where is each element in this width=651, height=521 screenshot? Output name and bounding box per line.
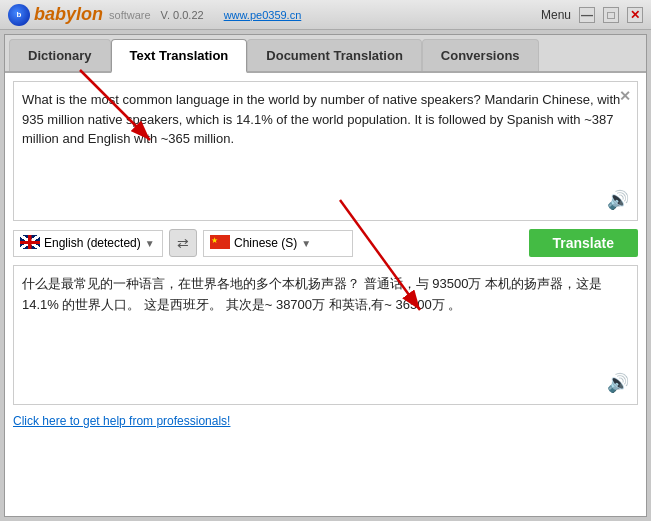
close-button[interactable]: ✕ bbox=[627, 7, 643, 23]
source-lang-label: English (detected) bbox=[44, 236, 141, 250]
main-window: Dictionary Text Translation Document Tra… bbox=[4, 34, 647, 517]
target-language-select[interactable]: Chinese (S) ▼ bbox=[203, 230, 353, 257]
tab-dictionary[interactable]: Dictionary bbox=[9, 39, 111, 71]
close-source-icon[interactable]: ✕ bbox=[619, 86, 631, 107]
flag-cn-icon bbox=[210, 235, 230, 252]
source-text: What is the most common language in the … bbox=[22, 92, 620, 146]
target-text-area: 什么是最常见的一种语言，在世界各地的多个本机扬声器？ 普通话，与 93500万 … bbox=[13, 265, 638, 405]
swap-icon: ⇄ bbox=[177, 235, 189, 251]
target-speaker-icon[interactable]: 🔊 bbox=[607, 369, 629, 398]
window-controls: Menu — □ ✕ bbox=[541, 7, 643, 23]
tab-text-translation[interactable]: Text Translation bbox=[111, 39, 248, 73]
minimize-button[interactable]: — bbox=[579, 7, 595, 23]
tab-document-translation[interactable]: Document Translation bbox=[247, 39, 422, 71]
source-speaker-icon[interactable]: 🔊 bbox=[607, 187, 629, 214]
titlebar: b babylon software V. 0.0.22 www.pe0359.… bbox=[0, 0, 651, 30]
help-link[interactable]: Click here to get help from professional… bbox=[13, 414, 230, 428]
software-label: software bbox=[109, 9, 151, 21]
flag-uk-icon bbox=[20, 235, 40, 252]
target-lang-chevron: ▼ bbox=[301, 238, 311, 249]
menu-label[interactable]: Menu bbox=[541, 8, 571, 22]
source-language-select[interactable]: English (detected) ▼ bbox=[13, 230, 163, 257]
content-area: What is the most common language in the … bbox=[5, 73, 646, 516]
target-lang-label: Chinese (S) bbox=[234, 236, 297, 250]
maximize-button[interactable]: □ bbox=[603, 7, 619, 23]
language-bar: English (detected) ▼ ⇄ Chinese (S) ▼ Tra… bbox=[13, 227, 638, 259]
app-name: babylon bbox=[34, 4, 103, 25]
tab-bar: Dictionary Text Translation Document Tra… bbox=[5, 35, 646, 73]
translate-button[interactable]: Translate bbox=[529, 229, 638, 257]
app-logo: b babylon software V. 0.0.22 bbox=[8, 4, 204, 26]
target-text: 什么是最常见的一种语言，在世界各地的多个本机扬声器？ 普通话，与 93500万 … bbox=[22, 276, 602, 312]
app-version: V. 0.0.22 bbox=[161, 9, 204, 21]
app-url[interactable]: www.pe0359.cn bbox=[224, 9, 302, 21]
tab-conversions[interactable]: Conversions bbox=[422, 39, 539, 71]
source-text-area[interactable]: What is the most common language in the … bbox=[13, 81, 638, 221]
source-lang-chevron: ▼ bbox=[145, 238, 155, 249]
help-bar: Click here to get help from professional… bbox=[13, 411, 638, 430]
logo-icon: b bbox=[8, 4, 30, 26]
swap-languages-button[interactable]: ⇄ bbox=[169, 229, 197, 257]
